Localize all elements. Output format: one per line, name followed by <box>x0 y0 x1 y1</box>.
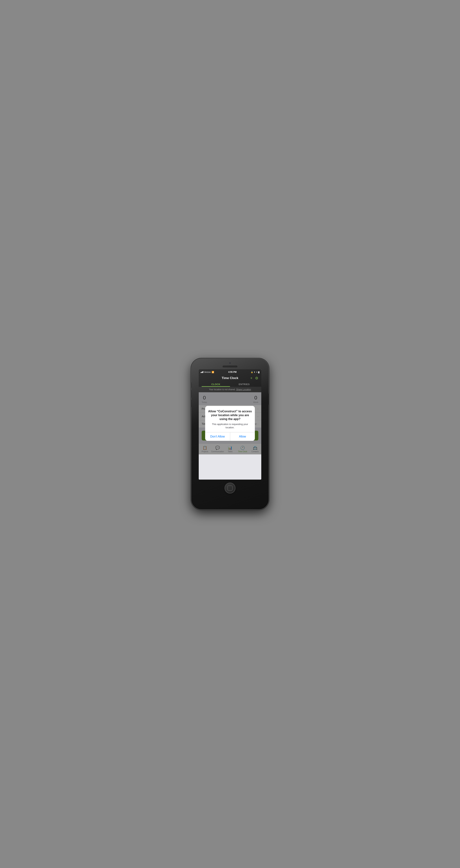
signal-icon <box>201 371 203 373</box>
phone-screen: Verizon 📶 4:55 PM 🔒 ⬆ ✳ ▓ Time Clock + ⚙ <box>199 369 261 479</box>
alert-body: Allow “CoConstruct” to access your locat… <box>205 406 255 432</box>
tab-bar: CLOCK ENTRIES <box>202 381 258 387</box>
location-alert: Allow “CoConstruct” to access your locat… <box>205 406 255 441</box>
nav-title-row: Time Clock + ⚙ <box>202 376 258 381</box>
main-content: 0 Today 0 Week Project › Activity <box>199 392 261 455</box>
status-right: 🔒 ⬆ ✳ ▓ <box>251 371 259 373</box>
tab-entries[interactable]: ENTRIES <box>230 381 258 387</box>
settings-button[interactable]: ⚙ <box>255 376 258 380</box>
alert-buttons: Don’t Allow Allow <box>205 432 255 441</box>
location-status-text: Your location is not shared. <box>209 388 235 391</box>
wifi-icon: 📶 <box>211 371 214 373</box>
battery-icon: ▓ <box>258 371 259 373</box>
volume-up-button[interactable] <box>191 390 191 398</box>
home-button[interactable] <box>225 483 235 494</box>
alert-title: Allow “CoConstruct” to access your locat… <box>208 409 252 421</box>
home-button-inner <box>227 486 233 491</box>
dont-allow-button[interactable]: Don’t Allow <box>205 432 230 441</box>
earpiece-speaker <box>223 366 237 368</box>
volume-down-button[interactable] <box>191 400 191 407</box>
nav-icons: + ⚙ <box>250 376 258 380</box>
lock-icon: 🔒 <box>251 371 253 373</box>
navigation-bar: Time Clock + ⚙ CLOCK ENTRIES <box>199 375 261 387</box>
allow-button[interactable]: Allow <box>230 432 255 441</box>
location-icon: ⬆ <box>254 371 255 373</box>
mute-button[interactable] <box>191 382 191 388</box>
carrier-label: Verizon <box>204 371 211 373</box>
phone-frame: Verizon 📶 4:55 PM 🔒 ⬆ ✳ ▓ Time Clock + ⚙ <box>191 359 269 509</box>
alert-overlay: Allow “CoConstruct” to access your locat… <box>199 392 261 455</box>
power-button[interactable] <box>269 394 269 405</box>
bluetooth-icon: ✳ <box>256 371 257 373</box>
page-title: Time Clock <box>222 376 238 380</box>
status-left: Verizon 📶 <box>201 371 214 373</box>
share-location-link[interactable]: Share Location <box>236 388 251 391</box>
add-button[interactable]: + <box>250 376 253 380</box>
status-bar: Verizon 📶 4:55 PM 🔒 ⬆ ✳ ▓ <box>199 369 261 375</box>
status-time: 4:55 PM <box>228 371 237 373</box>
tab-clock[interactable]: CLOCK <box>202 381 230 387</box>
alert-message: This application is requesting your loca… <box>208 423 252 429</box>
location-bar: Your location is not shared. Share Locat… <box>199 387 261 392</box>
front-camera <box>229 362 231 364</box>
